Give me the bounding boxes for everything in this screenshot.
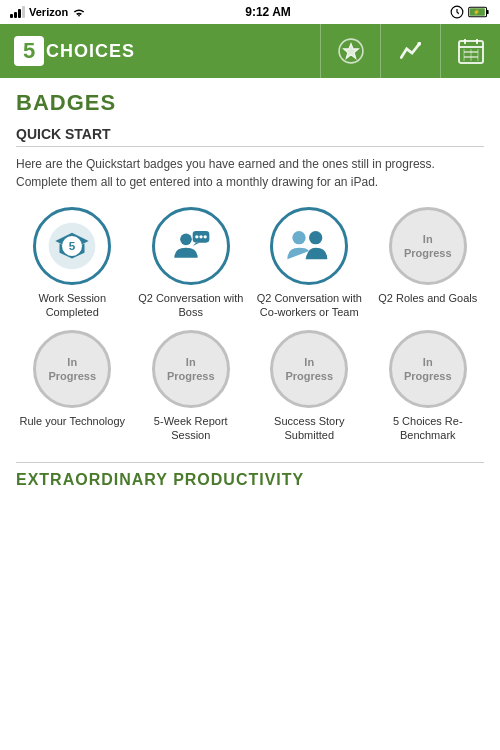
app-header: 5 CHOICES [0, 24, 500, 78]
calendar-icon [457, 37, 485, 65]
nav-icons [320, 24, 500, 78]
badge-item-work-session: 5 Work Session Completed [16, 207, 129, 320]
badge-label-q2-boss: Q2 Conversation with Boss [135, 291, 248, 320]
description-text: Here are the Quickstart badges you have … [16, 155, 484, 191]
svg-point-26 [203, 235, 206, 238]
battery-icon: ⚡ [468, 6, 490, 18]
badge-circle-q2-coworkers [270, 207, 348, 285]
badge-circle-q2-boss [152, 207, 230, 285]
quick-start-label: QUICK START [16, 126, 484, 147]
chart-icon [398, 38, 424, 64]
graduation-icon: 5 [47, 221, 97, 271]
badge-item-5-choices: InProgress 5 Choices Re-Benchmark [372, 330, 485, 443]
badge-label-5-choices: 5 Choices Re-Benchmark [372, 414, 485, 443]
calendar-nav-button[interactable] [440, 24, 500, 78]
carrier-label: Verizon [29, 6, 68, 18]
badge-label-rule-technology: Rule your Technology [19, 414, 125, 428]
in-progress-label-technology: InProgress [48, 354, 96, 383]
badge-item-q2-boss: Q2 Conversation with Boss [135, 207, 248, 320]
svg-point-27 [293, 231, 306, 244]
svg-point-28 [309, 231, 322, 244]
extraordinary-productivity-label: EXTRAORDINARY PRODUCTIVITY [16, 462, 484, 489]
badge-circle-success-story: InProgress [270, 330, 348, 408]
badge-label-q2-coworkers: Q2 Conversation with Co-workers or Team [253, 291, 366, 320]
status-bar: Verizon 9:12 AM ⚡ [0, 0, 500, 24]
badge-circle-work-session: 5 [33, 207, 111, 285]
app-logo: 5 CHOICES [0, 36, 320, 66]
badge-item-q2-coworkers: Q2 Conversation with Co-workers or Team [253, 207, 366, 320]
conversation-boss-icon [166, 221, 216, 271]
time-display: 9:12 AM [245, 5, 291, 19]
logo-number: 5 [14, 36, 44, 66]
svg-marker-6 [343, 43, 358, 58]
svg-text:⚡: ⚡ [473, 8, 480, 16]
conversation-team-icon [284, 221, 334, 271]
status-right: ⚡ [450, 5, 490, 19]
main-content: BADGES QUICK START Here are the Quicksta… [0, 78, 500, 750]
logo-text: CHOICES [46, 41, 135, 62]
svg-point-24 [195, 235, 198, 238]
star-icon [338, 38, 364, 64]
svg-text:5: 5 [69, 239, 76, 252]
in-progress-label-q2-roles: InProgress [404, 232, 452, 261]
badge-circle-5-choices: InProgress [389, 330, 467, 408]
wifi-icon [72, 6, 86, 18]
chart-nav-button[interactable] [380, 24, 440, 78]
badge-item-5-week-report: InProgress 5-Week Report Session [135, 330, 248, 443]
badge-item-q2-roles: InProgress Q2 Roles and Goals [372, 207, 485, 320]
svg-point-21 [180, 234, 192, 246]
svg-marker-23 [192, 243, 199, 246]
badge-circle-q2-roles: InProgress [389, 207, 467, 285]
badge-grid: 5 Work Session Completed [16, 207, 484, 442]
badge-label-success-story: Success Story Submitted [253, 414, 366, 443]
svg-point-25 [199, 235, 202, 238]
in-progress-label-benchmark: InProgress [404, 354, 452, 383]
in-progress-label-report: InProgress [167, 354, 215, 383]
page-title: BADGES [16, 90, 484, 116]
badge-label-q2-roles: Q2 Roles and Goals [378, 291, 477, 305]
badge-label-5-week-report: 5-Week Report Session [135, 414, 248, 443]
badge-item-success-story: InProgress Success Story Submitted [253, 330, 366, 443]
svg-rect-2 [487, 10, 489, 14]
badge-circle-5-week-report: InProgress [152, 330, 230, 408]
badge-circle-rule-technology: InProgress [33, 330, 111, 408]
clock-icon [450, 5, 464, 19]
in-progress-label-story: InProgress [285, 354, 333, 383]
badge-label-work-session: Work Session Completed [16, 291, 129, 320]
status-left: Verizon [10, 6, 86, 18]
signal-icon [10, 6, 25, 18]
badge-item-rule-technology: InProgress Rule your Technology [16, 330, 129, 443]
star-nav-button[interactable] [320, 24, 380, 78]
